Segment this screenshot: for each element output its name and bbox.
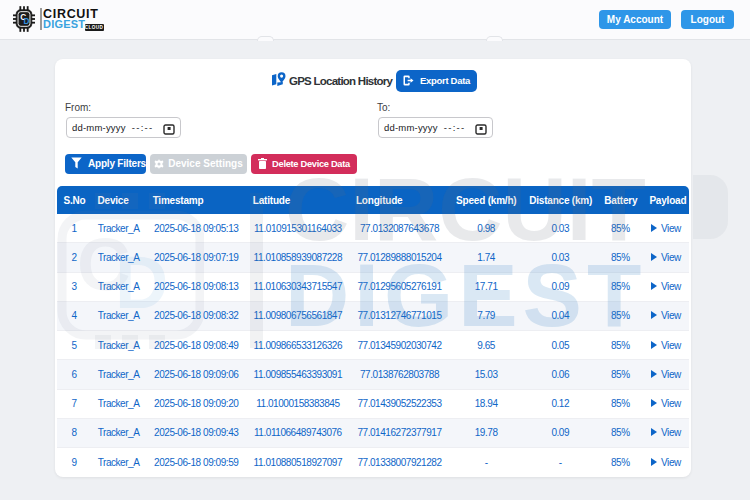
svg-text:D: D [24,17,30,26]
